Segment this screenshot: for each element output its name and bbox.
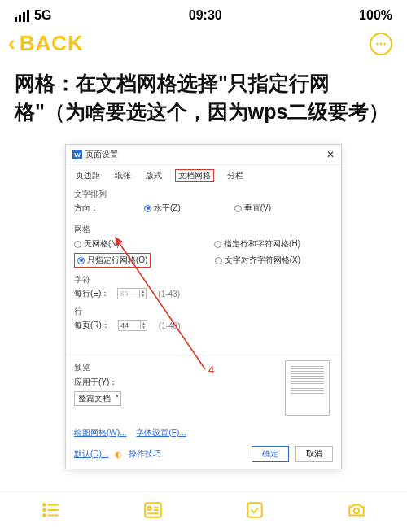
page-setup-dialog: W 页面设置 ✕ 页边距 纸张 版式 文档网格 分栏 文字排列 方向： 水平(Z… xyxy=(65,144,342,469)
svg-point-13 xyxy=(353,508,359,514)
page-title: 网格：在文档网格选择"只指定行网格"（为啥要选这个，因为wps二级要考） xyxy=(0,64,407,136)
radio-vertical-label: 垂直(V) xyxy=(244,203,271,214)
lines-range: (1-48) xyxy=(159,321,181,330)
font-settings-link[interactable]: 字体设置(F)... xyxy=(136,427,186,438)
preview-label: 预览 xyxy=(74,362,285,373)
status-bar: 5G 09:30 100% xyxy=(0,0,407,26)
chars-per-line-label: 每行(E)： xyxy=(74,288,109,299)
dialog-titlebar: W 页面设置 ✕ xyxy=(66,145,341,165)
radio-horizontal[interactable]: 水平(Z) xyxy=(144,203,181,214)
tab-document-grid[interactable]: 文档网格 xyxy=(175,169,214,182)
word-icon: W xyxy=(72,150,82,159)
header: ‹ BACK ⋯ xyxy=(0,26,407,64)
drawing-grid-link[interactable]: 绘图网格(W)... xyxy=(74,427,126,438)
radio-char-align-grid[interactable]: 文字对齐字符网格(X) xyxy=(215,253,300,268)
lines-per-page-label: 每页(R)： xyxy=(74,320,110,331)
radio-line-char-grid[interactable]: 指定行和字符网格(H) xyxy=(214,238,300,250)
dialog-footer: 默认(D)... ◐ 操作技巧 确定 取消 xyxy=(66,441,341,469)
dialog-screenshot: W 页面设置 ✕ 页边距 纸张 版式 文档网格 分栏 文字排列 方向： 水平(Z… xyxy=(65,144,342,469)
apply-to-select[interactable]: 整篇文档 xyxy=(74,391,121,406)
annotation-number: 4 xyxy=(208,364,214,376)
bottom-nav xyxy=(0,491,407,532)
svg-point-5 xyxy=(43,514,46,517)
tab-layout[interactable]: 版式 xyxy=(144,169,164,182)
lines-per-page-input[interactable]: ▲▼ xyxy=(118,320,147,331)
status-left: 5G xyxy=(15,8,51,23)
radio-vertical[interactable]: 垂直(V) xyxy=(234,203,271,214)
default-button[interactable]: 默认(D)... xyxy=(74,448,108,460)
cancel-button[interactable]: 取消 xyxy=(295,446,333,462)
tab-margins[interactable]: 页边距 xyxy=(74,169,102,182)
back-label: BACK xyxy=(20,31,84,56)
lightbulb-icon: ◐ xyxy=(115,450,122,459)
nav-check-icon[interactable] xyxy=(244,499,265,525)
preview-page-icon xyxy=(285,360,330,416)
svg-rect-12 xyxy=(247,503,261,517)
chars-range: (1-43) xyxy=(158,290,180,299)
svg-point-8 xyxy=(147,507,151,510)
radio-no-grid-label: 无网格(N) xyxy=(84,238,120,250)
ok-button[interactable]: 确定 xyxy=(252,446,289,462)
back-button[interactable]: ‹ BACK xyxy=(8,31,84,56)
apply-to-label: 应用于(Y)： xyxy=(74,377,117,388)
svg-rect-7 xyxy=(145,503,161,517)
radio-no-grid[interactable]: 无网格(N) xyxy=(74,238,120,250)
text-direction-label: 文字排列 xyxy=(74,189,333,200)
highlight-line-grid: 只指定行网格(O) xyxy=(74,253,151,268)
svg-point-1 xyxy=(43,504,46,506)
dialog-tabs: 页边距 纸张 版式 文档网格 分栏 xyxy=(66,165,341,185)
nav-camera-icon[interactable] xyxy=(346,499,367,525)
chevron-left-icon: ‹ xyxy=(8,31,16,56)
radio-char-align-grid-label: 文字对齐字符网格(X) xyxy=(225,255,300,266)
signal-icon xyxy=(15,10,29,22)
chars-label: 字符 xyxy=(74,274,333,286)
close-icon[interactable]: ✕ xyxy=(326,149,335,160)
nav-card-icon[interactable] xyxy=(142,499,164,525)
more-button[interactable]: ⋯ xyxy=(370,33,392,55)
direction-field-label: 方向： xyxy=(74,203,98,214)
clock: 09:30 xyxy=(189,8,222,23)
grid-label: 网格 xyxy=(74,224,333,235)
radio-line-grid[interactable]: 只指定行网格(O) xyxy=(77,255,147,266)
dialog-title: 页面设置 xyxy=(85,149,118,160)
tips-link[interactable]: 操作技巧 xyxy=(129,448,161,460)
svg-point-3 xyxy=(43,509,46,512)
battery-label: 100% xyxy=(359,8,392,23)
chars-per-line-input: ▲▼ xyxy=(117,288,147,299)
network-label: 5G xyxy=(34,8,51,23)
radio-line-grid-label: 只指定行网格(O) xyxy=(87,255,147,266)
radio-horizontal-label: 水平(Z) xyxy=(154,203,181,214)
tab-columns[interactable]: 分栏 xyxy=(225,169,245,182)
radio-line-char-grid-label: 指定行和字符网格(H) xyxy=(224,238,300,250)
ellipsis-icon: ⋯ xyxy=(375,37,387,50)
tab-paper[interactable]: 纸张 xyxy=(113,169,133,182)
lines-label: 行 xyxy=(74,306,333,317)
nav-list-icon[interactable] xyxy=(41,499,62,525)
